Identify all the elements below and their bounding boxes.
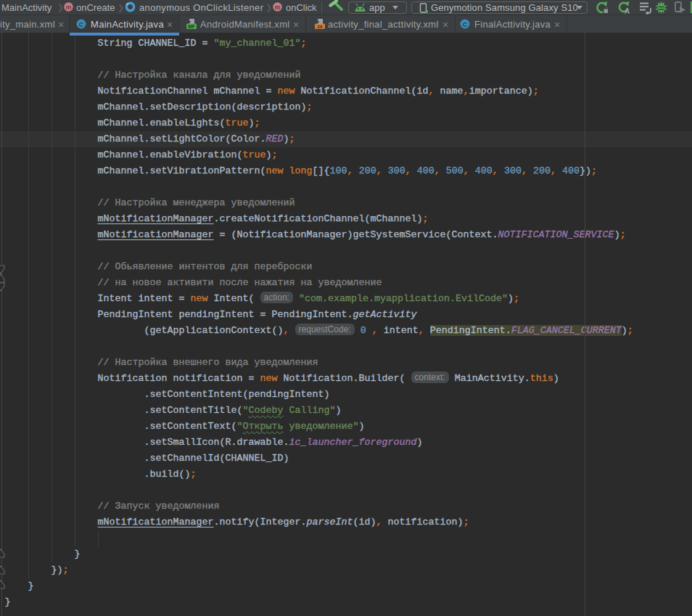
svg-text:m: m (66, 4, 72, 11)
svg-text:cx: cx (317, 24, 323, 29)
svg-text:MF: MF (188, 24, 194, 29)
svg-text:C: C (79, 21, 84, 28)
svg-text:A: A (625, 7, 630, 15)
svg-text:C: C (463, 21, 468, 28)
svg-text:m: m (275, 4, 281, 11)
